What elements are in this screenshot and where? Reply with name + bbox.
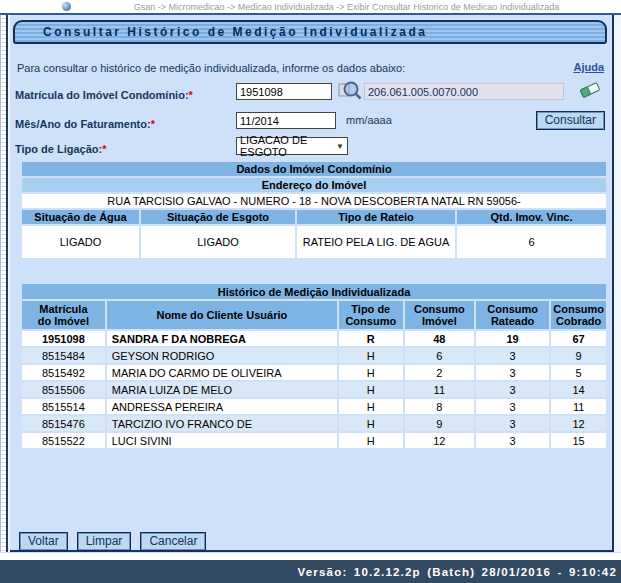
inscricao-field	[364, 83, 564, 100]
historico-table: Histórico de Medição Individualizada Mat…	[20, 282, 608, 450]
col-tipo-rateio: Tipo de Rateio	[297, 210, 455, 224]
cell-nome: GEYSON RODRIGO	[107, 348, 337, 363]
cell-consumo-imovel: 48	[405, 331, 474, 346]
col-consumo-rateado: Consumo Rateado	[476, 301, 549, 329]
breadcrumb: Gsan -> Micromedicao -> Medicao Individu…	[74, 2, 559, 12]
left-frame-edge	[0, 15, 8, 552]
cell-matricula: 8515506	[22, 382, 105, 397]
limpar-button[interactable]: Limpar	[77, 532, 132, 551]
col-qtd-imov-vinc: Qtd. Imov. Vinc.	[457, 210, 606, 224]
historico-title: Histórico de Medição Individualizada	[22, 284, 606, 299]
cell-consumo-rateado: 3	[476, 382, 549, 397]
cell-nome: LUCI SIVINI	[107, 433, 337, 448]
cell-matricula: 8515492	[22, 365, 105, 380]
mes-ano-input[interactable]	[236, 112, 336, 129]
col-situacao-agua: Situação de Água	[22, 210, 139, 224]
cell-tipo: H	[339, 433, 403, 448]
form-instruction: Para consultar o histórico de medição in…	[17, 62, 405, 74]
cell-tipo: H	[339, 365, 403, 380]
val-qtd-imov-vinc: 6	[457, 226, 606, 258]
cell-consumo-imovel: 2	[405, 365, 474, 380]
cell-consumo-cobrado: 14	[551, 382, 606, 397]
cell-consumo-rateado: 3	[476, 365, 549, 380]
required-asterisk: *	[151, 118, 155, 130]
val-situacao-esgoto: LIGADO	[141, 226, 295, 258]
col-matricula: Matrícula do Imóvel	[22, 301, 105, 329]
actions-bar: Voltar Limpar Cancelar	[19, 532, 206, 551]
cell-consumo-rateado: 3	[476, 399, 549, 414]
cell-consumo-cobrado: 15	[551, 433, 606, 448]
consultar-button[interactable]: Consultar	[536, 111, 605, 130]
dados-imovel-table: Dados do Imóvel Condomínio Endereço do I…	[20, 160, 608, 260]
col-consumo-imovel: Consumo Imóvel	[405, 301, 474, 329]
cell-consumo-cobrado: 12	[551, 416, 606, 431]
cell-tipo: H	[339, 382, 403, 397]
val-tipo-rateio: RATEIO PELA LIG. DE AGUA	[297, 226, 455, 258]
cell-matricula: 8515476	[22, 416, 105, 431]
cell-nome: SANDRA F DA NOBREGA	[107, 331, 337, 346]
breadcrumb-bar: Gsan -> Micromedicao -> Medicao Individu…	[0, 0, 621, 13]
required-asterisk: *	[102, 143, 106, 155]
cell-tipo: H	[339, 348, 403, 363]
cell-matricula: 8515522	[22, 433, 105, 448]
cell-consumo-imovel: 6	[405, 348, 474, 363]
table-row: 8515492 MARIA DO CARMO DE OLIVEIRA H 2 3…	[22, 365, 606, 380]
table-row: 8515476 TARCIZIO IVO FRANCO DE H 9 3 12	[22, 416, 606, 431]
cell-consumo-rateado: 3	[476, 416, 549, 431]
cell-consumo-imovel: 8	[405, 399, 474, 414]
cell-tipo: R	[339, 331, 403, 346]
dados-imovel-title: Dados do Imóvel Condomínio	[22, 162, 606, 176]
endereco-value: RUA TARCISIO GALVAO - NUMERO - 18 - NOVA…	[22, 194, 606, 208]
ajuda-link[interactable]: Ajuda	[573, 61, 604, 73]
endereco-header: Endereço do Imóvel	[22, 178, 606, 192]
footer-bar: Versão: 10.2.12.2p (Batch) 28/01/2016 - …	[0, 560, 621, 583]
cell-nome: TARCIZIO IVO FRANCO DE	[107, 416, 337, 431]
cell-matricula: 1951098	[22, 331, 105, 346]
cell-consumo-imovel: 11	[405, 382, 474, 397]
table-row: 8515506 MARIA LUIZA DE MELO H 11 3 14	[22, 382, 606, 397]
mes-ano-format-hint: mm/aaaa	[346, 114, 392, 126]
cell-consumo-imovel: 9	[405, 416, 474, 431]
version-text: Versão: 10.2.12.2p (Batch) 28/01/2016 - …	[297, 566, 621, 578]
table-row: 8515522 LUCI SIVINI H 12 3 15	[22, 433, 606, 448]
cell-consumo-cobrado: 5	[551, 365, 606, 380]
table-row: 8515514 ANDRESSA PEREIRA H 8 3 11	[22, 399, 606, 414]
tipo-ligacao-label: Tipo de Ligação:*	[15, 139, 106, 157]
chevron-down-icon: ▼	[336, 142, 344, 151]
help-ball-icon	[62, 2, 71, 11]
cell-nome: MARIA LUIZA DE MELO	[107, 382, 337, 397]
cell-consumo-cobrado: 9	[551, 348, 606, 363]
cell-consumo-cobrado: 11	[551, 399, 606, 414]
cell-consumo-cobrado: 67	[551, 331, 606, 346]
main-panel: Consultar Histórico de Medição Individua…	[10, 15, 614, 552]
eraser-icon[interactable]	[578, 78, 602, 106]
table-row: 1951098 SANDRA F DA NOBREGA R 48 19 67	[22, 331, 606, 346]
mes-ano-label: Mês/Ano do Faturamento:*	[15, 114, 155, 132]
col-situacao-esgoto: Situação de Esgoto	[141, 210, 295, 224]
cell-tipo: H	[339, 399, 403, 414]
matricula-label: Matrícula do Imóvel Condomínio:*	[15, 85, 193, 103]
cell-nome: ANDRESSA PEREIRA	[107, 399, 337, 414]
tipo-ligacao-select[interactable]: LIGACAO DE ESGOTO ▼	[236, 137, 348, 155]
col-consumo-cobrado: Consumo Cobrado	[551, 301, 606, 329]
cell-consumo-rateado: 3	[476, 433, 549, 448]
cell-matricula: 8515484	[22, 348, 105, 363]
required-asterisk: *	[189, 89, 193, 101]
cancelar-button[interactable]: Cancelar	[140, 532, 206, 551]
cell-tipo: H	[339, 416, 403, 431]
matricula-input[interactable]	[236, 83, 332, 100]
voltar-button[interactable]: Voltar	[19, 532, 68, 551]
cell-consumo-imovel: 12	[405, 433, 474, 448]
cell-matricula: 8515514	[22, 399, 105, 414]
search-magnifier-icon[interactable]	[338, 79, 362, 107]
cell-nome: MARIA DO CARMO DE OLIVEIRA	[107, 365, 337, 380]
page-title-text: Consultar Histórico de Medição Individua…	[43, 25, 427, 39]
cell-consumo-rateado: 3	[476, 348, 549, 363]
table-row: 8515484 GEYSON RODRIGO H 6 3 9	[22, 348, 606, 363]
cell-consumo-rateado: 19	[476, 331, 549, 346]
page-title: Consultar Histórico de Medição Individua…	[13, 20, 607, 44]
col-tipo-consumo: Tipo de Consumo	[339, 301, 403, 329]
val-situacao-agua: LIGADO	[22, 226, 139, 258]
col-nome-cliente: Nome do Cliente Usuário	[107, 301, 337, 329]
